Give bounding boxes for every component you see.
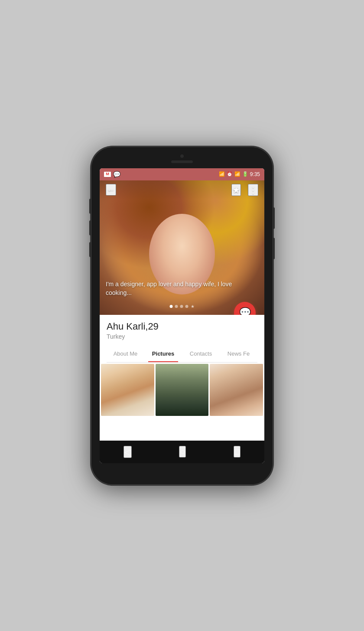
picture-1[interactable]	[101, 364, 154, 416]
photo-indicators: ★	[170, 304, 195, 309]
profile-name: Ahu Karli,29	[107, 321, 257, 332]
battery-icon: 🔋	[242, 171, 248, 177]
tab-contacts[interactable]: Contacts	[182, 345, 220, 362]
front-camera	[180, 154, 184, 158]
phone-top-bar	[171, 154, 193, 163]
profile-location: Turkey	[107, 333, 257, 340]
status-time: 9:35	[250, 171, 260, 177]
speaker	[171, 160, 193, 163]
phone-screen: 💬 📶 ⏰ 📶 🔋 9:35 ← ★ ⋮	[100, 168, 264, 463]
nav-home-button[interactable]: ○	[179, 446, 186, 458]
phone-device: 💬 📶 ⏰ 📶 🔋 9:35 ← ★ ⋮	[91, 147, 273, 485]
indicator-star: ★	[191, 304, 195, 309]
indicator-dot-4	[185, 305, 188, 308]
tab-about-me[interactable]: About Me	[107, 345, 144, 362]
alarm-icon: ⏰	[227, 171, 233, 177]
wifi-icon: 📶	[219, 171, 225, 177]
nav-back-button[interactable]: ◁	[124, 446, 132, 458]
back-button[interactable]: ←	[106, 184, 116, 196]
message-fab-icon: 💬	[239, 307, 251, 315]
tab-news-feed[interactable]: News Fe	[220, 345, 257, 362]
indicator-dot-2	[175, 305, 178, 308]
photo-action-bar: ← ★ ⋮	[100, 180, 264, 199]
picture-3[interactable]	[210, 364, 263, 416]
gmail-icon	[104, 172, 111, 177]
profile-info: Ahu Karli,29 Turkey About Me Pictures Co…	[100, 315, 264, 363]
nav-recent-button[interactable]: □	[234, 446, 240, 458]
profile-header-image: ← ★ ⋮ I'm a designer, app lover and happ…	[100, 180, 264, 315]
status-icons-right: 📶 ⏰ 📶 🔋 9:35	[219, 171, 260, 177]
bio-text: I'm a designer, app lover and happy wife…	[106, 280, 258, 297]
more-options-button[interactable]: ⋮	[248, 184, 258, 196]
signal-icon: 📶	[234, 171, 240, 177]
tab-pictures[interactable]: Pictures	[144, 345, 182, 362]
status-icons-left: 💬	[104, 171, 120, 178]
indicator-dot-1	[170, 305, 173, 308]
picture-2[interactable]	[156, 364, 209, 416]
bio-overlay: I'm a designer, app lover and happy wife…	[106, 280, 258, 297]
bottom-navigation: ◁ ○ □	[100, 441, 264, 463]
status-bar: 💬 📶 ⏰ 📶 🔋 9:35	[100, 168, 264, 180]
favorite-button[interactable]: ★	[231, 184, 241, 196]
indicator-dot-3	[180, 305, 183, 308]
pictures-grid	[100, 363, 264, 441]
profile-tabs: About Me Pictures Contacts News Fe	[107, 345, 257, 363]
sms-icon: 💬	[113, 171, 120, 178]
action-icons-right: ★ ⋮	[231, 184, 258, 196]
